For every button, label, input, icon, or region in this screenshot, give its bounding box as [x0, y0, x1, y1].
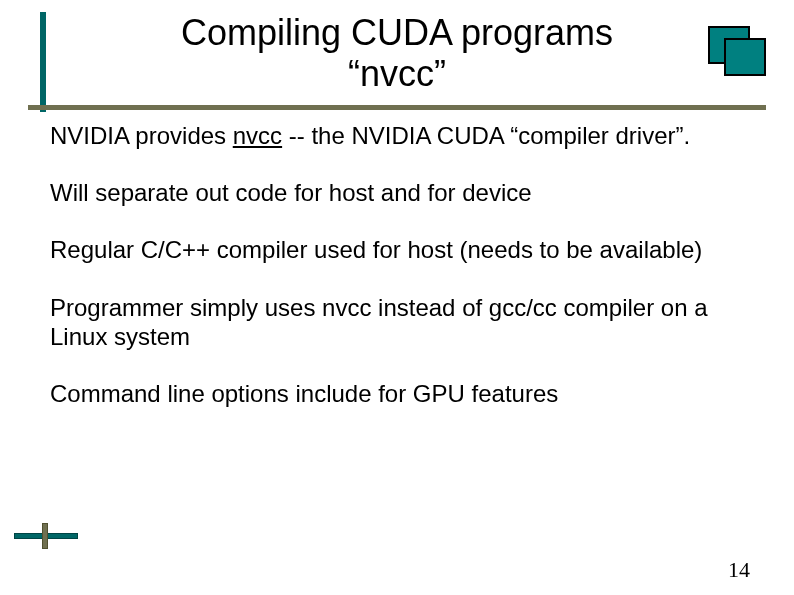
title-underline-rule — [0, 105, 794, 111]
p1-post: -- the NVIDIA CUDA “compiler driver”. — [282, 122, 690, 149]
title-line-1: Compiling CUDA programs — [0, 12, 794, 53]
slide: Compiling CUDA programs “nvcc” NVIDIA pr… — [0, 0, 794, 595]
paragraph-2: Will separate out code for host and for … — [50, 178, 744, 207]
title-block: Compiling CUDA programs “nvcc” — [0, 12, 794, 103]
rule-bar — [28, 105, 766, 110]
paragraph-5: Command line options include for GPU fea… — [50, 379, 744, 408]
paragraph-1: NVIDIA provides nvcc -- the NVIDIA CUDA … — [50, 121, 744, 150]
p1-underlined: nvcc — [233, 122, 282, 149]
cross-vertical — [42, 523, 48, 549]
paragraph-3: Regular C/C++ compiler used for host (ne… — [50, 235, 744, 264]
bottom-left-cross-icon — [14, 523, 78, 549]
paragraph-4: Programmer simply uses nvcc instead of g… — [50, 293, 744, 352]
title-line-2: “nvcc” — [0, 53, 794, 94]
content-area: NVIDIA provides nvcc -- the NVIDIA CUDA … — [0, 111, 794, 409]
page-number: 14 — [728, 557, 750, 583]
p1-pre: NVIDIA provides — [50, 122, 233, 149]
